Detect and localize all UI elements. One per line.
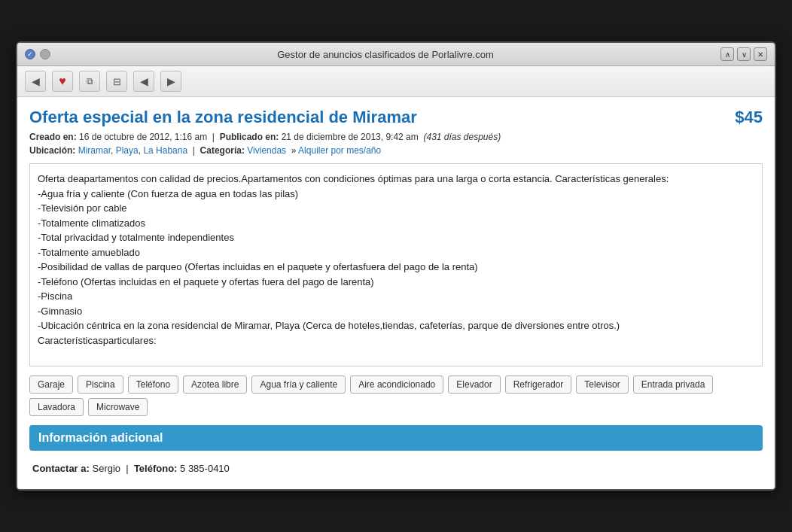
tag-item: Garaje (29, 375, 73, 394)
tag-item: Televisor (576, 375, 628, 394)
tag-item: Teléfono (128, 375, 178, 394)
info-section: Información adicional (29, 425, 763, 451)
location-label: Ubicación: (29, 145, 75, 156)
heart-button[interactable]: ♥ (52, 71, 73, 92)
print-button[interactable]: ⊟ (106, 71, 127, 92)
separator1: | (212, 132, 215, 142)
category-label: Categoría: (200, 145, 245, 156)
close-button[interactable]: ✕ (754, 47, 767, 61)
contact-name: Sergio (92, 463, 120, 474)
tag-item: Azotea libre (183, 375, 247, 394)
tag-item: Lavadora (29, 398, 84, 416)
location-muni-link[interactable]: Playa (116, 145, 139, 156)
published-date: 21 de diciembre de 2013, 9:42 am (282, 132, 419, 142)
tag-item: Aire acondicionado (350, 375, 443, 394)
content-area: Oferta especial en la zona residencial d… (17, 97, 775, 489)
tags-area: GarajePiscinaTeléfonoAzotea libreAgua fr… (29, 375, 763, 416)
title-bar-controls: ∧ ∨ ✕ (720, 47, 767, 61)
tag-item: Entrada privada (633, 375, 714, 394)
listing-title-row: Oferta especial en la zona residencial d… (29, 108, 763, 127)
phone-label: Teléfono: (134, 463, 178, 474)
listing-price: $45 (735, 108, 763, 127)
nav-forward-button[interactable]: ▶ (160, 71, 181, 92)
category-main-link[interactable]: Viviendas (247, 145, 286, 156)
location-category-row: Ubicación: Miramar, Playa, La Habana | C… (29, 145, 763, 156)
description-box[interactable]: Oferta deapartamentos con calidad de pre… (29, 163, 763, 366)
scroll-up-button[interactable]: ∧ (720, 47, 734, 61)
created-date: 16 de octubre de 2012, 1:16 am (79, 132, 207, 142)
title-bar-left: ✓ (25, 49, 50, 59)
published-note: (431 días después) (423, 132, 501, 142)
category-sub-link[interactable]: Alquiler por mes/año (298, 145, 381, 156)
description-text: Oferta deapartamentos con calidad de pre… (38, 173, 669, 346)
nav-back-button[interactable]: ◀ (133, 71, 154, 92)
location-prov-link[interactable]: La Habana (143, 145, 187, 156)
contact-label: Contactar a: (32, 463, 90, 474)
published-label: Publicado en: (220, 132, 279, 142)
scroll-down-button[interactable]: ∨ (737, 47, 751, 61)
minimize-button[interactable] (40, 49, 50, 59)
tag-item: Piscina (78, 375, 123, 394)
checkbox-icon[interactable]: ✓ (25, 49, 35, 59)
window-title: Gestor de anuncios clasificados de Porla… (50, 49, 720, 60)
back-button[interactable]: ◀ (25, 71, 46, 92)
toolbar: ◀ ♥ ⧉ ⊟ ◀ ▶ (17, 66, 775, 97)
tag-item: Refrigerador (505, 375, 572, 394)
title-bar: ✓ Gestor de anuncios clasificados de Por… (17, 43, 775, 66)
listing-title: Oferta especial en la zona residencial d… (29, 108, 417, 127)
info-section-title: Información adicional (38, 431, 163, 444)
copy-button[interactable]: ⧉ (79, 71, 100, 92)
contact-row: Contactar a: Sergio | Teléfono: 5 385-04… (29, 458, 763, 479)
created-label: Creado en: (29, 132, 77, 142)
phone-number: 5 385-0410 (180, 463, 230, 474)
location-city-link[interactable]: Miramar (78, 145, 111, 156)
main-window: ✓ Gestor de anuncios clasificados de Por… (16, 41, 776, 491)
tag-item: Elevador (448, 375, 500, 394)
tag-item: Agua fría y caliente (251, 375, 346, 394)
tag-item: Microwave (88, 398, 148, 416)
meta-dates-row: Creado en: 16 de octubre de 2012, 1:16 a… (29, 132, 763, 142)
